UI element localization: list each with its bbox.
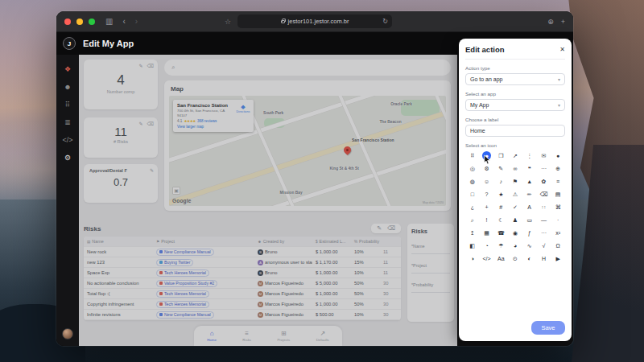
grid-dots-icon[interactable]: ∷ [537, 202, 551, 212]
moon-icon[interactable]: ☾ [493, 215, 508, 225]
command-icon[interactable]: ⌘ [551, 202, 565, 212]
column-header-created-by[interactable]: ☻Created by [254, 239, 312, 244]
record-icon[interactable]: ◉ [508, 228, 522, 238]
jestor-logo[interactable]: J [63, 37, 76, 50]
downloads-icon[interactable]: ⊕ [547, 18, 554, 26]
wave-icon[interactable]: ∿ [522, 241, 537, 251]
project-tag[interactable]: Tech Heroes Memorial [156, 301, 209, 308]
label-input[interactable]: Home [465, 125, 565, 137]
view-larger-map-link[interactable]: View larger map [177, 125, 250, 129]
edit-icon[interactable]: ✎ [150, 167, 154, 173]
reload-icon[interactable]: ↻ [382, 18, 388, 25]
triangle-icon[interactable]: ▲ [522, 176, 537, 187]
nav-item-home[interactable]: ⌂Home [207, 331, 217, 342]
half-icon[interactable]: ◐ [522, 253, 537, 264]
form-field-probability[interactable]: *Probability [411, 282, 450, 293]
column-header-project[interactable]: ⚑Project [153, 239, 254, 244]
close-icon[interactable]: ✕ [559, 46, 565, 53]
user-icon[interactable]: ☻ [480, 150, 494, 161]
reviews-link[interactable]: 368 reviews [197, 119, 217, 123]
save-button[interactable]: Save [531, 321, 565, 335]
play-icon[interactable]: ▶ [551, 253, 565, 264]
table-row[interactable]: New rockNew Compliance ManualBBruno$ 1,0… [84, 247, 401, 257]
heading-icon[interactable]: H [537, 253, 551, 264]
search-icon[interactable]: ⌕ [465, 215, 480, 225]
card-icon[interactable]: ▭ [522, 215, 537, 225]
forward-icon[interactable]: › [135, 18, 138, 26]
alert-icon[interactable]: ! [480, 215, 494, 225]
code-icon[interactable]: </> [62, 137, 72, 144]
select-app-select[interactable]: My App ▾ [465, 99, 565, 111]
project-tag[interactable]: Buying Twitter [156, 259, 193, 266]
upload-icon[interactable]: ↥ [465, 228, 480, 238]
music-icon[interactable]: ♪ [493, 176, 508, 187]
project-tag[interactable]: Tech Heroes Memorial [156, 290, 209, 298]
more-vert-icon[interactable]: ⋮ [522, 150, 537, 161]
address-bar[interactable]: jestor101.jestor.com.br ↻ [237, 14, 392, 28]
square-icon[interactable]: □ [465, 189, 480, 200]
column-header-estimated-l-[interactable]: $Estimated L... [312, 239, 351, 244]
person-icon[interactable]: ♟ [508, 215, 522, 225]
dot-icon[interactable]: ● [551, 150, 565, 161]
bookmark-icon[interactable]: ☆ [225, 18, 231, 26]
user-avatar[interactable] [62, 328, 73, 339]
infinity-icon[interactable]: ∞ [508, 163, 522, 174]
street-view-icon[interactable]: ▣ [172, 187, 180, 195]
smile-icon[interactable]: ☺ [480, 176, 494, 187]
nav-item-risks[interactable]: ≡Risks [242, 331, 251, 342]
question-icon[interactable]: ¿ [465, 202, 480, 212]
metric-card-approval[interactable]: ✎ Approval/Denial F 0.7 [84, 164, 158, 203]
back-icon[interactable]: ‹ [122, 18, 125, 26]
directions-button[interactable]: ◆ Directions [236, 104, 250, 113]
project-tag[interactable]: Value Proposition Study #2 [156, 280, 217, 287]
omega-icon[interactable]: Ω [551, 241, 565, 251]
form-field-project[interactable]: *Project [411, 263, 450, 274]
project-tag[interactable]: New Compliance Manual [156, 249, 214, 256]
check-icon[interactable]: ✓ [508, 202, 522, 212]
root-icon[interactable]: √ [537, 241, 551, 251]
nav-item-projects[interactable]: ⊞Projects [277, 331, 290, 342]
more-horiz-icon[interactable]: ⋯ [537, 163, 551, 174]
project-tag[interactable]: New Compliance Manual [156, 311, 214, 319]
hash-icon[interactable]: # [493, 202, 508, 212]
table-row[interactable]: Total flop :(Tech Heroes MemorialMMarcos… [84, 289, 401, 299]
pie-icon[interactable]: ◔ [480, 241, 494, 251]
brand-icon[interactable]: ❖ [64, 66, 71, 73]
contrast-icon[interactable]: ◑ [465, 253, 480, 264]
phone-icon[interactable]: ☎ [493, 228, 508, 238]
code-icon[interactable]: </> [480, 253, 494, 264]
table-row[interactable]: Space ExpTech Heroes MemorialBBruno$ 1,0… [84, 268, 401, 278]
trash-icon[interactable]: ⌫ [147, 63, 154, 68]
flower-icon[interactable]: ✿ [537, 176, 551, 187]
edit-icon[interactable]: ✎ [377, 225, 382, 232]
plus-circle-icon[interactable]: ⊕ [551, 163, 565, 174]
table-row[interactable]: new 123Buying TwitterAanonymous user to … [84, 257, 401, 268]
google-map[interactable]: Oracle ParkThe BeaconSouth ParkKing St &… [169, 96, 446, 206]
text-icon[interactable]: Aa [493, 253, 508, 264]
table-row[interactable]: No actionable conclusionValue Propositio… [84, 278, 401, 289]
apps-icon[interactable]: ⠿ [65, 101, 71, 109]
menu-icon[interactable]: ≡ [551, 176, 565, 187]
font-icon[interactable]: A [522, 202, 537, 212]
trash-icon[interactable]: ⌫ [147, 121, 154, 126]
trash-icon[interactable]: ⌫ [387, 225, 395, 232]
form-field-name[interactable]: *Name [411, 244, 450, 254]
settings-icon[interactable]: ⚙ [64, 154, 71, 162]
target-icon[interactable]: ◎ [465, 163, 480, 174]
function-icon[interactable]: ƒ [522, 228, 537, 238]
pen-icon[interactable]: ✏ [522, 189, 537, 200]
close-window-button[interactable] [64, 19, 71, 25]
sidebar-toggle-icon[interactable]: ▥ [105, 18, 113, 26]
mail-icon[interactable]: ✉ [537, 150, 551, 161]
warning-icon[interactable]: ⚠ [508, 189, 522, 200]
tables-icon[interactable]: ≣ [64, 119, 71, 126]
globe-icon[interactable]: ◍ [465, 176, 480, 187]
dash-icon[interactable]: — [537, 215, 551, 225]
new-tab-icon[interactable]: + [561, 18, 565, 26]
table-row[interactable]: Copyright infringementTech Heroes Memori… [84, 299, 401, 310]
edit-icon[interactable]: ✎ [138, 121, 142, 126]
table-row[interactable]: Infinite revisionsNew Compliance ManualM… [84, 310, 401, 320]
flag-icon[interactable]: ⚑ [508, 176, 522, 187]
members-icon[interactable]: ☻ [64, 84, 71, 91]
project-tag[interactable]: Tech Heroes Memorial [156, 269, 209, 277]
